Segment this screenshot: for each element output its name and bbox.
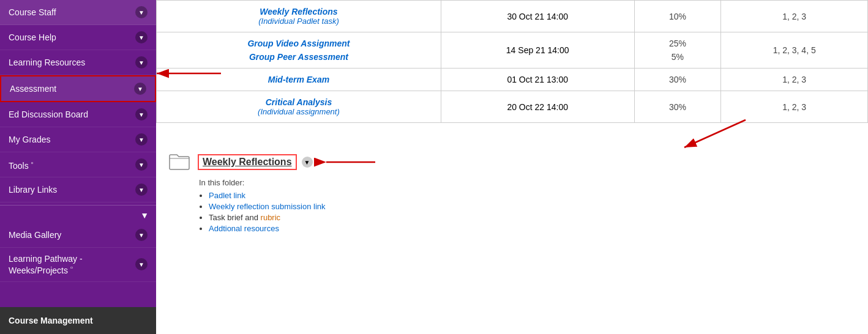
external-link-icon: ▫: [31, 159, 34, 166]
list-item: Task brief and rubric: [209, 213, 856, 222]
sidebar-item-label: Tools ▫: [9, 159, 135, 171]
list-item: Padlet link: [209, 191, 856, 200]
sidebar-item-label: My Grades: [9, 135, 135, 144]
group-peer-link[interactable]: Group Peer Assessment: [166, 52, 431, 62]
arrow-spacer: [156, 123, 868, 141]
group-video-due: 14 Sep 21 14:00: [441, 32, 634, 69]
sidebar-item-learning-pathway[interactable]: Learning Pathway -Weeks/Projects ▫ ▼: [0, 248, 156, 282]
sidebar-item-tools[interactable]: Tools ▫ ▼: [0, 152, 156, 177]
rubric-link[interactable]: rubric: [261, 213, 281, 222]
table-row: Critical Analysis (Individual assignment…: [157, 91, 868, 123]
critical-analysis-outcomes: 1, 2, 3: [721, 91, 868, 123]
chevron-icon: ▼: [135, 258, 148, 270]
sidebar-item-label: Course Help: [9, 32, 135, 42]
sidebar-item-learning-resources[interactable]: Learning Resources ▼: [0, 50, 156, 75]
chevron-icon: ▼: [135, 184, 148, 196]
folder-title[interactable]: Weekly Reflections: [198, 154, 297, 170]
weekly-reflection-submission-link[interactable]: Weekly reflection submission link: [209, 202, 326, 211]
sidebar-item-label: Assessment: [10, 84, 134, 94]
weekly-reflections-link[interactable]: Weekly Reflections: [166, 7, 431, 17]
folder-section: Weekly Reflections ▼ In this folder: Pad…: [156, 141, 868, 245]
sidebar-item-ed-discussion-board[interactable]: Ed Discussion Board ▼: [0, 102, 156, 127]
folder-header: Weekly Reflections ▼: [168, 151, 856, 173]
list-item: Addtional resources: [209, 224, 856, 233]
task-brief-text: Task brief: [209, 213, 243, 222]
sidebar-item-library-links[interactable]: Library Links ▼: [0, 177, 156, 202]
critical-analysis-weight: 30%: [634, 91, 721, 123]
folder-icon: [168, 151, 190, 173]
and-text: and: [245, 213, 260, 222]
sidebar: Course Staff ▼ Course Help ▼ Learning Re…: [0, 0, 156, 334]
table-row: Mid-term Exam 01 Oct 21 13:00 30% 1, 2, …: [157, 69, 868, 91]
external-link-icon: ▫: [70, 264, 73, 271]
additional-resources-link[interactable]: Addtional resources: [209, 224, 279, 233]
sidebar-item-label: Learning Resources: [9, 58, 135, 67]
midterm-weight: 30%: [634, 69, 721, 91]
sidebar-item-label: Learning Pathway -Weeks/Projects ▫: [9, 254, 135, 275]
chevron-icon: ▼: [135, 31, 148, 43]
critical-analysis-due: 20 Oct 22 14:00: [441, 91, 634, 123]
weekly-reflections-subtitle: (Individual Padlet task): [166, 17, 431, 26]
group-peer-weight-5: 5%: [645, 52, 711, 62]
chevron-icon: ▼: [135, 133, 148, 146]
folder-item-list: Padlet link Weekly reflection submission…: [209, 191, 856, 233]
group-video-weight: 25% 5%: [634, 32, 721, 69]
sidebar-item-label: Ed Discussion Board: [9, 109, 135, 119]
chevron-icon: ▼: [135, 6, 148, 18]
chevron-icon: ▼: [135, 108, 148, 121]
folder-chevron-icon[interactable]: ▼: [302, 157, 313, 168]
weekly-reflections-weight: 10%: [634, 1, 721, 32]
group-video-outcomes: 1, 2, 3, 4, 5: [721, 32, 868, 69]
sidebar-item-media-gallery[interactable]: Media Gallery ▼: [0, 223, 156, 248]
table-row: Weekly Reflections (Individual Padlet ta…: [157, 1, 868, 32]
collapse-chevron-icon[interactable]: ▼: [140, 210, 149, 220]
midterm-outcomes: 1, 2, 3: [721, 69, 868, 91]
midterm-link[interactable]: Mid-term Exam: [166, 75, 431, 84]
group-video-link[interactable]: Group Video Assignment: [166, 39, 431, 48]
chevron-icon: ▼: [135, 229, 148, 241]
padlet-link[interactable]: Padlet link: [209, 191, 245, 200]
course-management-label: Course Management: [9, 316, 93, 325]
midterm-due: 01 Oct 21 13:00: [441, 69, 634, 91]
assessment-table: Weekly Reflections (Individual Padlet ta…: [156, 0, 868, 123]
sidebar-item-label: Course Staff: [9, 7, 135, 17]
sidebar-item-course-staff[interactable]: Course Staff ▼: [0, 0, 156, 25]
weekly-reflections-due: 30 Oct 21 14:00: [441, 1, 634, 32]
weekly-reflections-outcomes: 1, 2, 3: [721, 1, 868, 32]
group-video-weight-25: 25%: [645, 39, 711, 48]
sidebar-item-course-help[interactable]: Course Help ▼: [0, 25, 156, 50]
course-management-section: Course Management: [0, 307, 156, 334]
sidebar-item-assessment[interactable]: Assessment ▼: [0, 75, 156, 102]
main-content: Weekly Reflections (Individual Padlet ta…: [156, 0, 868, 334]
chevron-icon: ▼: [135, 56, 148, 69]
sidebar-item-my-grades[interactable]: My Grades ▼: [0, 127, 156, 152]
sidebar-item-label: Media Gallery: [9, 230, 135, 240]
chevron-icon: ▼: [135, 158, 148, 171]
critical-analysis-subtitle: (Individual assignment): [166, 107, 431, 116]
critical-analysis-link[interactable]: Critical Analysis: [166, 97, 431, 107]
sidebar-item-label: Library Links: [9, 185, 135, 195]
chevron-icon: ▼: [134, 83, 146, 95]
list-item: Weekly reflection submission link: [209, 202, 856, 211]
in-folder-label: In this folder:: [199, 178, 856, 187]
table-row: Group Video Assignment Group Peer Assess…: [157, 32, 868, 69]
